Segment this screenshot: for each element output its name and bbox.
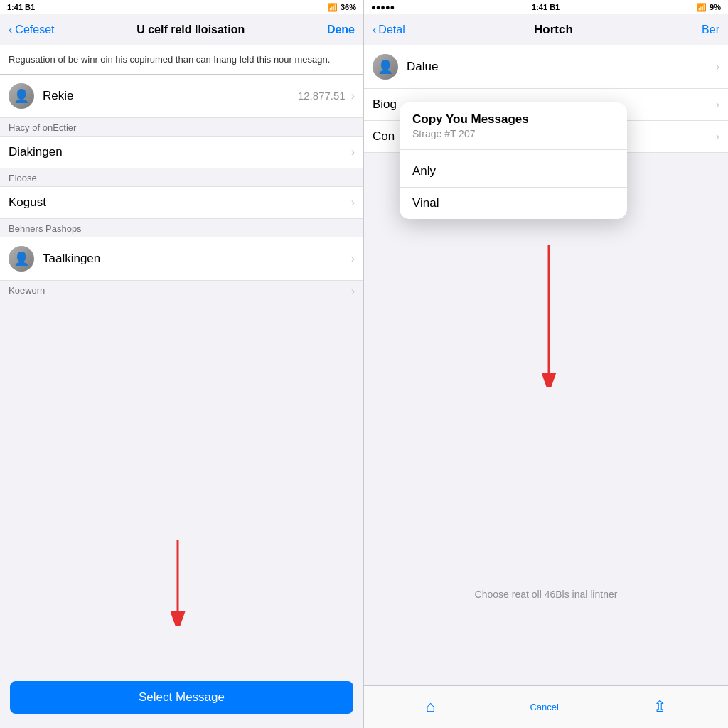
bottom-bar-right: ⌂ Cancel ⇫ (364, 685, 728, 728)
taalkingen-avatar: 👤 (9, 246, 34, 272)
rekie-avatar: 👤 (9, 83, 34, 109)
diakingen-label: Diakingen (9, 145, 351, 159)
dropdown-popup: Copy You Messages Strage #T 207 Anly Vin… (400, 102, 627, 219)
battery-icon: 36% (341, 3, 356, 11)
chevron-left-icon: ‹ (9, 23, 12, 36)
left-time: 1:41 B1 (7, 3, 35, 11)
description-block: Regusation of be winr oin his copirumed … (0, 46, 363, 75)
back-label-right: Detal (378, 23, 405, 36)
cancel-button[interactable]: Cancel (530, 702, 558, 712)
dalue-chevron: › (716, 60, 719, 73)
diakingen-chevron: › (351, 146, 355, 159)
cancel-label: Cancel (530, 702, 558, 712)
section-header-eloose: Eloose (0, 168, 363, 187)
section-header-eloose-label: Eloose (9, 173, 37, 183)
description-text: Regusation of be winr oin his copirumed … (9, 54, 330, 65)
left-status-icons: 📶 36% (328, 3, 356, 12)
right-dots: ●●●●● (371, 3, 395, 11)
rekie-chevron: › (351, 90, 355, 102)
select-message-area: Select Message (0, 673, 363, 728)
taalkingen-chevron: › (351, 252, 355, 265)
taalkingen-row[interactable]: 👤 Taalkingen › (0, 237, 363, 281)
section-header-koeworn: Koeworn › (0, 281, 363, 301)
select-message-button[interactable]: Select Message (10, 681, 353, 714)
kogust-label: Kogust (9, 196, 351, 210)
con-chevron: › (716, 130, 719, 143)
right-status-icons: 📶 9% (697, 3, 721, 12)
section-header-koeworn-label: Koeworn (9, 285, 45, 296)
home-icon: ⌂ (426, 697, 435, 716)
koeworn-chevron: › (351, 285, 355, 298)
section-header-hacy-label: Hacy of onEctier (9, 122, 76, 133)
section-header-hacy: Hacy of onEctier (0, 118, 363, 136)
left-panel: 1:41 B1 📶 36% ‹ Cefeset U celf reld lloi… (0, 0, 364, 728)
status-bar-left: 1:41 B1 📶 36% (0, 0, 363, 14)
nav-title-right: Hortch (534, 23, 573, 37)
rekie-row[interactable]: 👤 Rekie 12,877.51 › (0, 75, 363, 118)
done-button[interactable]: Dene (327, 23, 355, 36)
dropdown-subtitle: Strage #T 207 (412, 128, 614, 139)
rekie-label: Rekie (43, 89, 298, 103)
right-content: 👤 Dalue › Biog › Con › Copy You Messages… (364, 46, 728, 685)
right-wifi-icon: 📶 (697, 3, 707, 12)
dalue-label: Dalue (407, 60, 716, 74)
wifi-icon: 📶 (328, 3, 338, 12)
right-nav-action-btn[interactable]: Ber (702, 23, 719, 36)
rekie-value: 12,877.51 (298, 90, 346, 102)
nav-bar-right: ‹ Detal Hortch Ber (364, 14, 728, 46)
choose-text: Choose reat oll 46Bls inal lintner (475, 589, 618, 600)
dalue-avatar: 👤 (373, 54, 398, 80)
taalkingen-label: Taalkingen (43, 252, 351, 266)
right-time: 1:41 B1 (532, 3, 560, 11)
diakingen-row[interactable]: Diakingen › (0, 136, 363, 168)
kogust-row[interactable]: Kogust › (0, 187, 363, 219)
share-button[interactable]: ⇫ (653, 697, 666, 717)
dropdown-divider (400, 149, 627, 150)
arrow-down-right (520, 245, 577, 390)
back-label-left: Cefeset (15, 23, 54, 36)
back-button-right[interactable]: ‹ Detal (373, 23, 405, 36)
nav-bar-left: ‹ Cefeset U celf reld lloisation Dene (0, 14, 363, 46)
kogust-chevron: › (351, 196, 355, 209)
nav-title-left: U celf reld lloisation (61, 23, 319, 36)
share-icon: ⇫ (653, 697, 666, 716)
home-button[interactable]: ⌂ (426, 697, 435, 717)
back-button-left[interactable]: ‹ Cefeset (9, 23, 54, 36)
right-panel: ●●●●● 1:41 B1 📶 9% ‹ Detal Hortch Ber 👤 … (364, 0, 728, 728)
dropdown-item-anly[interactable]: Anly (400, 156, 627, 187)
chevron-left-right-icon: ‹ (373, 23, 376, 36)
status-bar-right: ●●●●● 1:41 B1 📶 9% (364, 0, 728, 14)
section-header-behners-label: Behners Pashops (9, 223, 82, 234)
arrow-down-left (156, 540, 213, 628)
dalue-row[interactable]: 👤 Dalue › (364, 46, 728, 89)
dropdown-header: Copy You Messages Strage #T 207 (400, 102, 627, 144)
dropdown-item-vinal[interactable]: Vinal (400, 187, 627, 219)
right-battery-icon: 9% (710, 3, 721, 11)
section-header-behners: Behners Pashops (0, 219, 363, 237)
dropdown-title: Copy You Messages (412, 112, 614, 127)
biog-chevron: › (716, 98, 719, 111)
